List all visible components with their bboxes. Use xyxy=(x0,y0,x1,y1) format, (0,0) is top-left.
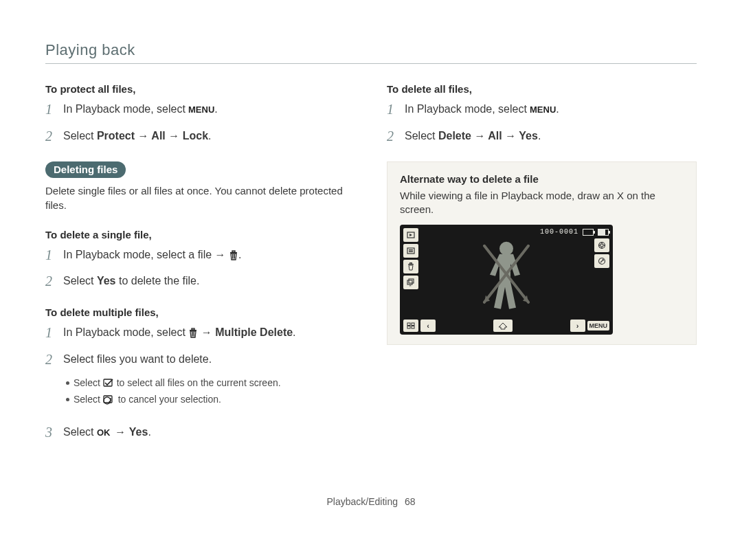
step-text: Select xyxy=(405,130,438,142)
bullet: Select to select all files on the curren… xyxy=(66,377,355,392)
preview-menu-button: MENU xyxy=(587,321,610,331)
page-number: 68 xyxy=(405,496,416,507)
svg-text:E: E xyxy=(409,284,412,287)
step-number: 2 xyxy=(387,128,398,144)
edit-icon xyxy=(594,254,609,268)
svg-point-25 xyxy=(599,243,605,249)
footer-section: Playback/Editing xyxy=(327,496,398,507)
gesture-x-figure xyxy=(465,234,548,316)
step-number: 2 xyxy=(45,128,56,144)
svg-rect-2 xyxy=(232,251,235,252)
step-text-suffix: . xyxy=(556,103,559,115)
info-toggle-icon xyxy=(403,244,418,258)
trash-icon xyxy=(188,327,198,342)
step-yes: Yes xyxy=(97,275,116,287)
trash-icon xyxy=(229,249,238,265)
step-text-suffix: to delete the file. xyxy=(116,275,200,287)
home-up-icon xyxy=(493,320,513,332)
delete-multiple-heading: To delete multiple files, xyxy=(45,306,355,318)
step-number: 1 xyxy=(45,102,56,117)
protect-all-steps: 1 In Playback mode, select MENU . 2 Sele… xyxy=(45,102,355,144)
delete-all-heading: To delete all files, xyxy=(387,83,697,95)
delete-single-heading: To delete a single file, xyxy=(45,229,355,240)
svg-text:MENU: MENU xyxy=(530,104,556,115)
deselect-icon xyxy=(103,395,115,408)
deleting-files-badge: Deleting files xyxy=(45,161,126,178)
step-number: 1 xyxy=(45,247,56,262)
right-column: To delete all files, 1 In Playback mode,… xyxy=(387,83,697,459)
step: 1 In Playback mode, select a file → . xyxy=(45,247,355,265)
page-footer: Playback/Editing 68 xyxy=(45,496,697,507)
step-text-suffix: . xyxy=(214,103,217,115)
battery-icon xyxy=(598,229,609,236)
svg-point-27 xyxy=(499,242,513,256)
menu-icon: MENU xyxy=(530,104,556,119)
deleting-files-description: Delete single files or all files at once… xyxy=(45,183,355,212)
svg-rect-23 xyxy=(409,279,414,283)
step-path: Delete → All → Yes xyxy=(438,130,538,142)
preview-status-bar: 100-0001 xyxy=(540,228,609,236)
protect-all-heading: To protect all files, xyxy=(45,83,355,95)
bullet-text-suffix: to cancel your selection. xyxy=(118,394,221,405)
step-number: 2 xyxy=(45,273,56,289)
step: 2 Select Yes to delete the file. xyxy=(45,273,355,289)
svg-rect-11 xyxy=(104,379,112,386)
step-text: Select xyxy=(63,130,97,142)
menu-icon: MENU xyxy=(188,104,214,119)
svg-rect-34 xyxy=(407,326,410,329)
step: 3 Select OK → Yes. xyxy=(45,425,355,442)
step-text-suffix: . xyxy=(148,426,150,438)
svg-text:MENU: MENU xyxy=(188,104,214,115)
sub-bullets: Select to select all files on the curren… xyxy=(45,377,355,410)
select-all-icon xyxy=(103,379,114,392)
bullet-text: Select xyxy=(74,394,103,405)
memory-icon xyxy=(583,229,594,236)
step-path: Multiple Delete xyxy=(215,326,293,338)
delete-single-steps: 1 In Playback mode, select a file → . 2 … xyxy=(45,247,355,289)
step-yes: Yes xyxy=(129,426,148,438)
svg-rect-32 xyxy=(407,323,410,326)
svg-rect-33 xyxy=(412,323,414,326)
alternate-delete-title: Alternate way to delete a file xyxy=(400,173,684,185)
delete-all-steps: 1 In Playback mode, select MENU . 2 Sele… xyxy=(387,102,697,144)
alternate-delete-box: Alternate way to delete a file While vie… xyxy=(387,161,697,346)
svg-rect-21 xyxy=(410,263,412,265)
camera-screen-preview: E 100-0001 xyxy=(400,225,613,335)
bullet-text: Select xyxy=(74,377,103,388)
step-text-suffix: . xyxy=(238,249,241,260)
slideshow-icon: E xyxy=(403,276,418,289)
step-arrow: → xyxy=(112,426,129,438)
alternate-delete-description: While viewing a file in Playback mode, d… xyxy=(400,189,684,217)
aperture-icon xyxy=(594,238,609,252)
play-mode-icon xyxy=(403,228,418,242)
step-text: Select xyxy=(63,426,97,438)
bullet: Select to cancel your selection. xyxy=(66,393,355,408)
page-header: Playing back xyxy=(45,41,697,64)
svg-rect-35 xyxy=(412,326,414,329)
step-number: 1 xyxy=(45,325,56,340)
step-path: Protect → All → Lock xyxy=(97,130,208,142)
svg-rect-7 xyxy=(192,328,194,330)
step-text: In Playback mode, select a file → xyxy=(63,249,229,260)
step-arrow: → xyxy=(198,326,215,338)
left-column: To protect all files, 1 In Playback mode… xyxy=(45,83,355,459)
manual-page: Playing back To protect all files, 1 In … xyxy=(0,0,742,535)
step-text-suffix: . xyxy=(208,130,211,142)
step: 2 Select files you want to delete. Selec… xyxy=(45,352,355,415)
step-text-suffix: . xyxy=(538,130,541,142)
step-number: 2 xyxy=(45,352,56,367)
ok-icon: OK xyxy=(97,427,112,442)
step-text-suffix: . xyxy=(293,326,295,338)
step-text: Select files you want to delete. xyxy=(63,352,355,367)
step-text: In Playback mode, select xyxy=(63,103,188,115)
step: 2 Select Protect → All → Lock. xyxy=(45,128,355,144)
svg-text:OK: OK xyxy=(97,427,111,438)
step-text: Select xyxy=(63,275,97,287)
step-number: 1 xyxy=(387,102,398,117)
trash-button-icon xyxy=(403,260,418,273)
thumbnail-icon xyxy=(403,320,418,332)
next-arrow-icon: › xyxy=(570,320,585,332)
step-text: In Playback mode, select xyxy=(63,326,188,338)
step-number: 3 xyxy=(45,425,56,440)
prev-arrow-icon: ‹ xyxy=(420,320,436,332)
